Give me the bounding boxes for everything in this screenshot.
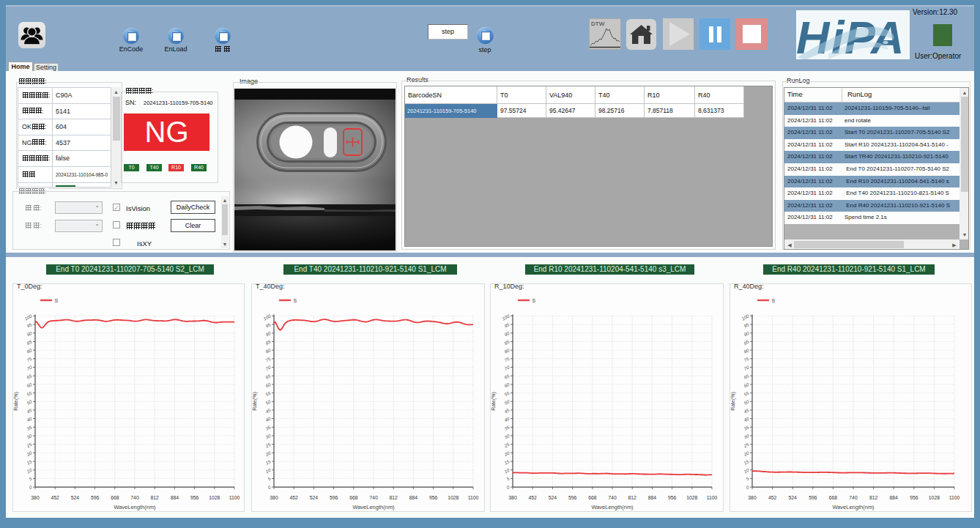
svg-text:956: 956 xyxy=(190,495,199,500)
svg-text:S: S xyxy=(772,298,776,303)
svg-text:1028: 1028 xyxy=(929,495,940,500)
svg-text:812: 812 xyxy=(869,495,878,500)
svg-text:740: 740 xyxy=(608,495,617,500)
svg-text:1100: 1100 xyxy=(949,495,960,500)
svg-text:596: 596 xyxy=(809,495,817,500)
svg-text:1028: 1028 xyxy=(448,495,459,500)
svg-text:884: 884 xyxy=(409,495,418,500)
svg-text:WaveLength(nm): WaveLength(nm) xyxy=(832,504,875,510)
svg-text:S: S xyxy=(55,298,59,303)
svg-text:956: 956 xyxy=(668,495,677,500)
svg-text:668: 668 xyxy=(829,495,838,500)
svg-text:1100: 1100 xyxy=(229,495,240,500)
svg-text:WaveLength(nm): WaveLength(nm) xyxy=(114,504,156,510)
svg-text:668: 668 xyxy=(588,495,597,500)
svg-text:740: 740 xyxy=(130,495,139,500)
svg-text:524: 524 xyxy=(789,495,798,500)
svg-text:452: 452 xyxy=(51,495,60,500)
svg-text:452: 452 xyxy=(529,495,538,500)
svg-text:524: 524 xyxy=(71,495,80,500)
svg-text:884: 884 xyxy=(171,495,179,500)
svg-text:596: 596 xyxy=(91,495,100,500)
svg-text:884: 884 xyxy=(890,495,899,500)
svg-text:740: 740 xyxy=(849,495,858,500)
svg-text:740: 740 xyxy=(369,495,378,500)
svg-text:1100: 1100 xyxy=(707,495,718,500)
svg-text:812: 812 xyxy=(390,495,398,500)
svg-text:S: S xyxy=(532,298,536,303)
svg-text:668: 668 xyxy=(111,495,119,500)
svg-text:956: 956 xyxy=(429,495,438,500)
svg-text:WaveLength(nm): WaveLength(nm) xyxy=(352,504,395,510)
svg-text:452: 452 xyxy=(290,495,299,500)
svg-text:596: 596 xyxy=(330,495,338,500)
svg-text:1100: 1100 xyxy=(468,495,479,500)
svg-text:DTW: DTW xyxy=(591,21,605,27)
svg-text:812: 812 xyxy=(151,495,160,500)
svg-text:R_40Deg:: R_40Deg: xyxy=(734,283,764,290)
svg-text:596: 596 xyxy=(568,495,577,500)
svg-text:S: S xyxy=(294,298,297,303)
svg-text:R_10Deg:: R_10Deg: xyxy=(494,283,524,290)
svg-text:884: 884 xyxy=(648,495,657,500)
svg-text:1028: 1028 xyxy=(209,495,220,500)
svg-text:T_0Deg:: T_0Deg: xyxy=(17,283,42,290)
svg-text:T_40Deg:: T_40Deg: xyxy=(256,283,285,290)
svg-text:Rate(%): Rate(%) xyxy=(730,392,736,411)
svg-text:380: 380 xyxy=(508,495,517,500)
svg-text:380: 380 xyxy=(31,495,40,500)
svg-text:WaveLength(nm): WaveLength(nm) xyxy=(591,504,634,510)
svg-text:380: 380 xyxy=(270,495,278,500)
svg-text:380: 380 xyxy=(748,495,757,500)
svg-text:812: 812 xyxy=(628,495,637,500)
svg-text:Rate(%): Rate(%) xyxy=(13,392,19,411)
svg-text:524: 524 xyxy=(310,495,319,500)
svg-text:956: 956 xyxy=(910,495,918,500)
svg-text:452: 452 xyxy=(768,495,777,500)
svg-text:668: 668 xyxy=(349,495,358,500)
svg-text:524: 524 xyxy=(549,495,557,500)
svg-text:Rate(%): Rate(%) xyxy=(252,392,258,411)
svg-text:Rate(%): Rate(%) xyxy=(491,392,497,411)
svg-text:1028: 1028 xyxy=(686,495,697,500)
